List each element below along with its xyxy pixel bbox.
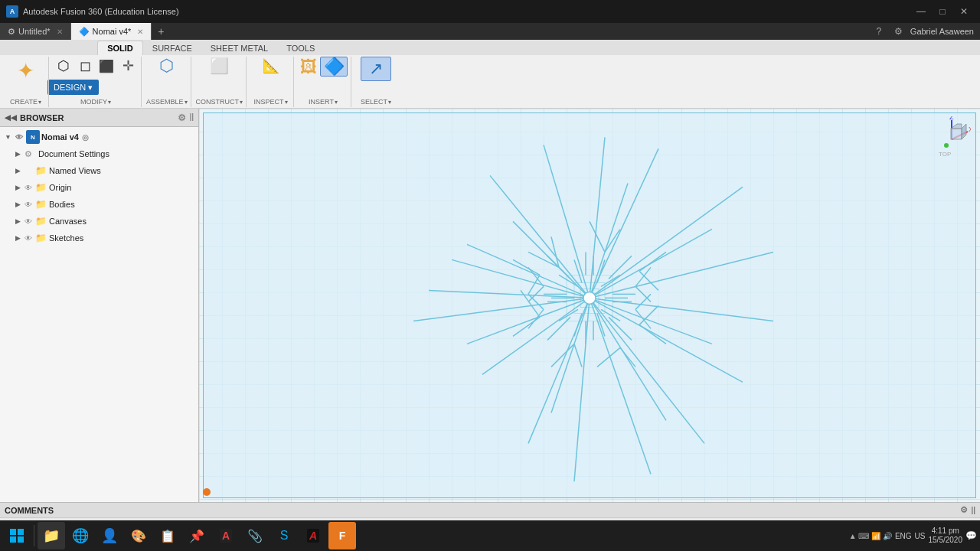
svg-rect-99 [18,536,24,543]
browser-title: BROWSER [20,113,64,122]
browser-items: ▾ 👁 N Nomai v4 ◎ ▶ ⚙ Document Settings ▶ [0,127,198,502]
browser-item-namedviews[interactable]: ▶ 📁 Named Views [0,162,198,179]
new-tab-button[interactable]: + [152,25,170,37]
sketch-svg [390,114,789,481]
taskbar-office[interactable]: 📎 [241,522,269,549]
inspect-btn[interactable]: 📐 [261,57,281,75]
start-button[interactable] [3,522,31,549]
root-label: Nomai v4 [41,132,79,142]
tray-region: US [915,532,926,540]
taskbar-autocad[interactable]: A [212,522,240,549]
tab-untitled[interactable]: ⚙ Untitled* ✕ [0,23,71,40]
modify-btn-4[interactable]: ✛ [118,57,138,75]
ribbon-tab-solid[interactable]: SOLID [97,41,143,55]
taskbar-browser[interactable]: 🌐 [67,522,94,549]
construct-btn[interactable]: ⬜ [209,57,229,75]
tab-close-untitled[interactable]: ✕ [57,28,63,36]
sketch-area [203,112,976,498]
taskbar-user[interactable]: 👤 [96,522,123,549]
browser-settings-icon[interactable]: ⚙ [178,112,186,123]
insert-btn-2[interactable]: 🔷 [320,57,348,77]
eye-icon-origin[interactable]: 👁 [24,184,35,192]
settings-icon[interactable]: ⚙ [890,24,907,39]
modify-btn-2[interactable]: ◻ [75,57,95,75]
tray-time: 4:11 pm [932,527,959,536]
tray-notif[interactable]: 💬 [965,530,977,541]
svg-line-33 [597,347,620,367]
browser-item-bodies[interactable]: ▶ 👁 📁 Bodies [0,196,198,213]
insert-group-label[interactable]: INSERT▾ [309,98,338,106]
browser-item-canvases[interactable]: ▶ 👁 📁 Canvases [0,213,198,230]
svg-line-20 [590,298,666,420]
select-group-label[interactable]: SELECT▾ [361,98,391,106]
title-bar-controls[interactable]: — □ ✕ [911,4,974,19]
taskbar-skype[interactable]: S [270,522,298,549]
origin-arrow: ▶ [15,184,24,191]
taskbar-files[interactable]: 📋 [154,522,181,549]
main-area: ◀◀ BROWSER ⚙ || ▾ 👁 N Nomai v4 ◎ [0,109,980,502]
tray-date: 15/5/2020 [929,536,963,545]
folder-icon-namedviews: 📁 [35,165,49,176]
eye-icon-sketches[interactable]: 👁 [24,234,35,243]
browser-expand-btn[interactable]: || [189,112,194,123]
view-cube[interactable] [945,118,969,142]
ribbon-group-assemble: ⬡ ASSEMBLE▾ [143,57,191,107]
svg-line-38 [513,259,540,275]
maximize-button[interactable]: □ [933,4,952,19]
taskbar-task[interactable]: 📌 [183,522,211,549]
ribbon-tab-sheetmetal[interactable]: SHEET METAL [201,41,277,55]
taskbar-acad2[interactable]: A [299,522,327,549]
help-icon[interactable]: ? [871,24,887,39]
minimize-button[interactable]: — [911,4,931,19]
browser-item-docsettings[interactable]: ▶ ⚙ Document Settings [0,145,198,162]
browser-item-sketches[interactable]: ▶ 👁 📁 Sketches [0,230,198,246]
svg-rect-96 [10,529,16,535]
top-area: ⚙ Untitled* ✕ 🔷 Nomai v4* ✕ + ? ⚙ Gabrie… [0,23,980,40]
modify-btn-1[interactable]: ⬡ [54,57,74,75]
taskbar-fusion[interactable]: F [328,522,356,549]
docsettings-icon: ⚙ [24,149,38,159]
assemble-group-label[interactable]: ASSEMBLE▾ [146,98,188,106]
insert-btn-1[interactable]: 🖼 [299,58,318,77]
create-group-label[interactable]: CREATE▾ [10,98,41,106]
eye-icon-bodies[interactable]: 👁 [24,201,35,209]
svg-line-21 [551,298,590,412]
svg-line-6 [590,252,773,298]
target-icon[interactable]: ◎ [82,133,89,142]
svg-point-54 [583,292,596,304]
ribbon-tab-tools[interactable]: TOOLS [277,41,324,55]
select-btn[interactable]: ↗ [361,57,391,81]
comments-expand-icon[interactable]: || [971,506,975,514]
axis-gizmo[interactable]: X Z TOP [933,116,971,162]
modify-btn-3[interactable]: ⬛ [96,57,116,75]
ribbon-group-modify: ⬡ ◻ ⬛ ✛ MODIFY▾ [51,57,142,107]
close-button[interactable]: ✕ [954,4,974,19]
eye-icon[interactable]: 👁 [15,133,26,142]
construct-group-label[interactable]: CONSTRUCT▾ [196,98,243,106]
browser-expand-icon[interactable]: ◀◀ [5,113,17,122]
comments-bar-right: ⚙ || [960,505,975,515]
comments-settings-icon[interactable]: ⚙ [960,505,968,515]
browser-item-root[interactable]: ▾ 👁 N Nomai v4 ◎ [0,129,198,145]
browser-item-origin[interactable]: ▶ 👁 📁 Origin [0,179,198,196]
tab-nomai[interactable]: 🔷 Nomai v4* ✕ [71,23,152,40]
ribbon-tab-surface[interactable]: SURFACE [143,41,201,55]
eye-icon-canvases[interactable]: 👁 [24,217,35,226]
tray-datetime: 4:11 pm 15/5/2020 [929,527,963,545]
taskbar-explorer[interactable]: 📁 [38,522,65,549]
create-button[interactable]: ✦ [11,57,41,84]
app-icon: A [6,5,18,18]
modify-group-label[interactable]: MODIFY▾ [80,98,111,106]
inspect-group-label[interactable]: INSPECT▾ [254,98,288,106]
viewport[interactable]: X Z TOP [199,109,980,502]
svg-rect-98 [10,536,16,543]
folder-icon-origin: 📁 [35,182,49,193]
tab-icon-nomai: 🔷 [79,27,90,37]
windows-icon [9,528,24,543]
docsettings-label: Document Settings [38,149,109,158]
taskbar-paint[interactable]: 🎨 [125,522,152,549]
svg-line-27 [590,221,605,252]
assemble-btn[interactable]: ⬡ [157,57,177,75]
tab-close-nomai[interactable]: ✕ [137,28,143,36]
ribbon-group-create: ✦ CREATE▾ [3,57,49,107]
